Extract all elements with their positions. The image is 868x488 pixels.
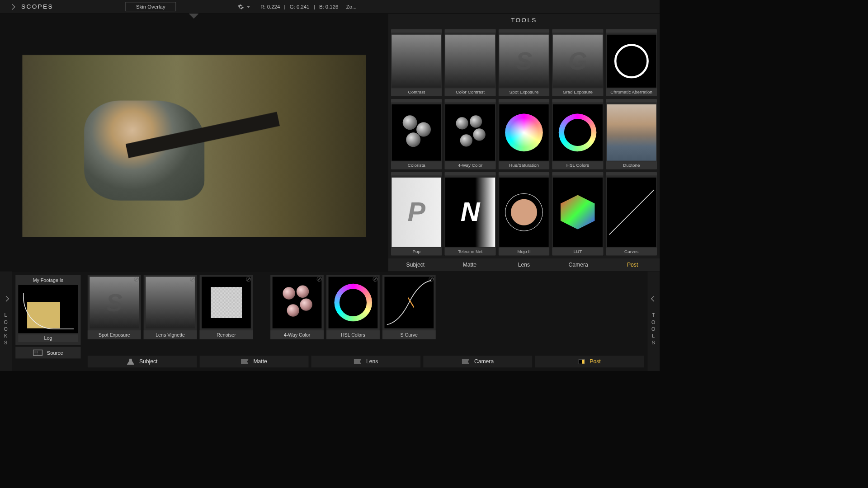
tool-4-way-color[interactable]: 4-Way Color [445,99,496,169]
source-button[interactable]: Source [15,347,80,359]
film-icon [33,350,42,356]
tools-panel: TOOLS ContrastColor ContrastSSpot Exposu… [388,14,660,271]
tools-title: TOOLS [388,14,660,26]
chain-item-spot-exposure[interactable]: SSpot Exposure [88,275,141,339]
tool-thumb [445,104,495,161]
tool-lut[interactable]: LUT [552,172,603,256]
category-tab-subject[interactable]: Subject [388,258,443,272]
chain-item-renoiser[interactable]: Renoiser [200,275,253,339]
chain-label: Spot Exposure [88,330,141,339]
chain-tab-camera[interactable]: Camera [423,356,532,367]
chain-thumb [273,277,322,328]
tool-thumb [392,104,441,161]
readout-b: B: 0.126 [319,4,338,9]
chain-item-s-curve[interactable]: S Curve [382,275,436,339]
tool-contrast[interactable]: Contrast [391,29,442,96]
chain-thumb [202,277,251,328]
chain-item-4-way-color[interactable]: 4-Way Color [270,275,324,339]
scopes-toggle[interactable]: SCOPES [0,0,64,14]
tool-label: Curves [606,248,657,255]
svg-line-0 [609,190,654,235]
tool-pop[interactable]: PPop [391,172,442,256]
tool-hsl-colors[interactable]: HSL Colors [552,99,603,169]
tool-color-contrast[interactable]: Color Contrast [445,29,496,96]
preview-viewer[interactable] [0,14,388,271]
chain-thumb [329,277,378,328]
category-tab-lens[interactable]: Lens [497,258,551,272]
drag-handle[interactable] [445,99,496,103]
tool-thumb [553,178,603,247]
disable-icon[interactable] [373,277,378,282]
tool-thumb: G [553,35,603,88]
flag-icon [241,359,249,364]
chevron-right-icon [9,4,15,9]
tool-thumb [607,178,656,247]
chain-thumb [146,277,195,328]
chain-thumb [384,277,434,328]
disable-icon[interactable] [134,277,139,282]
drag-handle[interactable] [445,172,496,176]
rgb-readout: R: 0.224 | G: 0.241 | B: 0.126 [260,4,341,9]
chain-item-hsl-colors[interactable]: HSL Colors [326,275,380,339]
tool-thumb [445,35,495,88]
drag-handle[interactable] [391,172,442,176]
drag-handle[interactable] [606,172,657,176]
drag-handle[interactable] [606,99,657,103]
tool-label: Pop [391,248,442,255]
drag-handle[interactable] [552,172,603,176]
chain-tab-subject[interactable]: Subject [88,356,197,367]
tool-colorista[interactable]: Colorista [391,99,442,169]
category-tab-camera[interactable]: Camera [551,258,605,272]
category-tab-post[interactable]: Post [605,258,660,272]
flag-icon [462,359,470,364]
chain-label: S Curve [382,330,436,339]
drag-handle[interactable] [552,99,603,103]
chain-tab-lens[interactable]: Lens [311,356,420,367]
overlay-dropdown[interactable]: Skin Overlay [125,2,176,12]
preview-image [22,55,366,237]
tool-spot-exposure[interactable]: SSpot Exposure [499,29,550,96]
scopes-label: SCOPES [21,3,53,10]
drag-handle[interactable] [499,99,550,103]
tool-telecine-net[interactable]: NTelecine Net [445,172,496,256]
chain-label: Renoiser [200,330,253,339]
tool-chromatic-aberration[interactable]: Chromatic Aberration [606,29,657,96]
drag-handle[interactable] [391,29,442,33]
drag-handle[interactable] [552,29,603,33]
drag-handle[interactable] [606,29,657,33]
drag-handle[interactable] [445,29,496,33]
tool-curves[interactable]: Curves [606,172,657,256]
drag-handle[interactable] [499,172,550,176]
tool-thumb: S [499,35,549,88]
flag-icon [354,359,362,364]
drag-handle[interactable] [391,99,442,103]
tool-thumb [607,104,656,161]
tool-mojo-ii[interactable]: Mojo II [499,172,550,256]
gear-icon[interactable] [238,4,244,10]
drag-handle[interactable] [499,29,550,33]
chain-label: Lens Vignette [144,330,197,339]
chain-tab-matte[interactable]: Matte [199,356,308,367]
tools-rail[interactable]: T O O L S [648,271,660,371]
tool-grad-exposure[interactable]: GGrad Exposure [552,29,603,96]
footage-title: My Footage Is [18,277,78,283]
tool-label: Contrast [391,88,442,96]
tool-label: Hue/Saturation [499,161,550,169]
looks-rail[interactable]: L O O K S [0,271,12,371]
footage-card[interactable]: My Footage Is Log [15,275,80,345]
tool-label: 4-Way Color [445,161,496,169]
zoom-readout: Zo... [346,4,357,9]
disable-icon[interactable] [246,277,251,282]
disable-icon[interactable] [317,277,322,282]
disable-icon[interactable] [190,277,195,282]
tool-thumb: P [392,178,441,247]
tool-thumb: N [445,178,495,247]
tool-label: Colorista [391,161,442,169]
dropdown-icon[interactable] [247,6,250,8]
tool-label: Duotone [606,161,657,169]
chain-tab-post[interactable]: Post [535,356,644,367]
tool-duotone[interactable]: Duotone [606,99,657,169]
chain-item-lens-vignette[interactable]: Lens Vignette [144,275,197,339]
category-tab-matte[interactable]: Matte [443,258,497,272]
tool-hue-saturation[interactable]: Hue/Saturation [499,99,550,169]
